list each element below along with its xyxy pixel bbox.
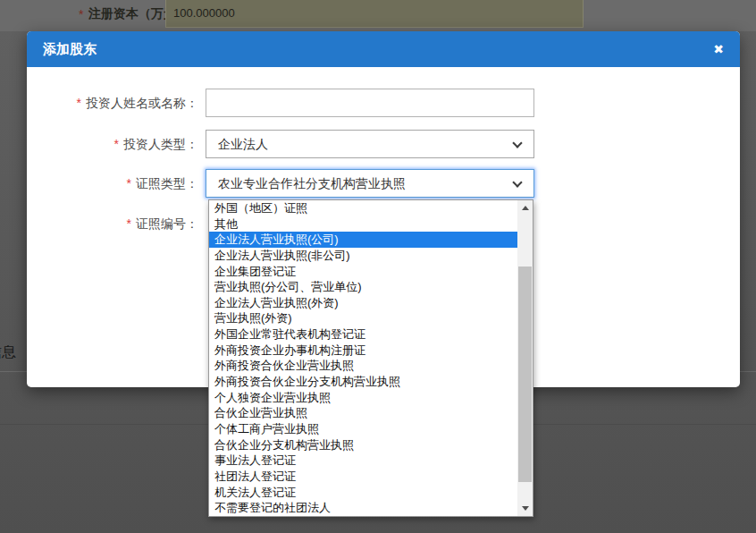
background-form-row: * 注册资本（万元）： bbox=[0, 0, 756, 31]
dropdown-option[interactable]: 不需要登记的社团法人 bbox=[209, 500, 517, 516]
license-number-label: *证照编号： bbox=[27, 209, 198, 238]
dropdown-option[interactable]: 合伙企业分支机构营业执照 bbox=[209, 437, 517, 453]
dropdown-option[interactable]: 外商投资合伙企业营业执照 bbox=[209, 358, 517, 374]
triangle-down-icon bbox=[522, 506, 529, 511]
investor-name-row: *投资人姓名或名称： bbox=[27, 89, 534, 117]
dropdown-option[interactable]: 营业执照(外资) bbox=[209, 310, 517, 326]
screen: * 注册资本（万元）： 信息 添加股东 ✖ *投资人姓名或名称： *投资人类型：… bbox=[0, 0, 756, 533]
registered-capital-input bbox=[165, 0, 584, 28]
scroll-up-icon[interactable] bbox=[517, 200, 533, 216]
investor-type-selected-value: 企业法人 bbox=[218, 137, 268, 151]
close-icon[interactable]: ✖ bbox=[713, 31, 724, 67]
required-asterisk: * bbox=[114, 137, 119, 151]
required-asterisk: * bbox=[77, 96, 81, 110]
scroll-down-icon[interactable] bbox=[517, 501, 533, 516]
dropdown-option[interactable]: 个体工商户营业执照 bbox=[209, 421, 517, 437]
dropdown-option-highlighted[interactable]: 企业法人营业执照(公司) bbox=[209, 232, 517, 248]
chevron-down-icon bbox=[512, 177, 522, 187]
dropdown-option[interactable]: 外国（地区）证照 bbox=[209, 200, 517, 216]
dropdown-option[interactable]: 社团法人登记证 bbox=[209, 469, 517, 485]
dropdown-option-list: 外国（地区）证照 其他 企业法人营业执照(公司) 企业法人营业执照(非公司) 企… bbox=[209, 200, 517, 516]
dropdown-option[interactable]: 外商投资企业办事机构注册证 bbox=[209, 343, 517, 359]
investor-type-select[interactable]: 企业法人 bbox=[206, 130, 534, 158]
license-type-dropdown: 外国（地区）证照 其他 企业法人营业执照(公司) 企业法人营业执照(非公司) 企… bbox=[208, 199, 533, 517]
triangle-up-icon bbox=[522, 206, 529, 210]
dropdown-option[interactable]: 事业法人登记证 bbox=[209, 453, 517, 469]
dropdown-scrollbar[interactable] bbox=[517, 200, 533, 516]
dropdown-option[interactable]: 机关法人登记证 bbox=[209, 485, 517, 501]
dropdown-option[interactable]: 企业集团登记证 bbox=[209, 264, 517, 280]
dropdown-option[interactable]: 外国企业常驻代表机构登记证 bbox=[209, 326, 517, 343]
dropdown-option[interactable]: 其他 bbox=[209, 216, 517, 233]
license-type-row: *证照类型： 农业专业合作社分支机构营业执照 bbox=[27, 169, 534, 198]
dropdown-option[interactable]: 企业法人营业执照(外资) bbox=[209, 295, 517, 311]
license-type-label: *证照类型： bbox=[27, 169, 198, 198]
modal-title: 添加股东 bbox=[43, 31, 97, 67]
required-asterisk: * bbox=[127, 176, 131, 190]
required-asterisk: * bbox=[127, 216, 131, 231]
scrollbar-thumb[interactable] bbox=[518, 266, 532, 482]
chevron-down-icon bbox=[512, 138, 522, 148]
investor-name-label: *投资人姓名或名称： bbox=[27, 89, 198, 117]
investor-type-row: *投资人类型： 企业法人 bbox=[27, 130, 534, 158]
required-asterisk: * bbox=[79, 7, 83, 21]
registered-capital-label: 注册资本（万元）： bbox=[88, 6, 201, 22]
dropdown-option[interactable]: 营业执照(分公司、营业单位) bbox=[209, 279, 517, 295]
investor-name-input[interactable] bbox=[206, 89, 534, 117]
dropdown-option[interactable]: 企业法人营业执照(非公司) bbox=[209, 248, 517, 264]
dropdown-option[interactable]: 外商投资合伙企业分支机构营业执照 bbox=[209, 374, 517, 390]
investor-type-label: *投资人类型： bbox=[27, 130, 198, 158]
dropdown-option[interactable]: 个人独资企业营业执照 bbox=[209, 390, 517, 406]
dropdown-option[interactable]: 合伙企业营业执照 bbox=[209, 405, 517, 421]
license-type-selected-value: 农业专业合作社分支机构营业执照 bbox=[218, 176, 406, 190]
license-type-select[interactable]: 农业专业合作社分支机构营业执照 bbox=[206, 169, 534, 198]
modal-header: 添加股东 ✖ bbox=[27, 31, 740, 67]
background-clipped-text: 信息 bbox=[0, 343, 16, 362]
